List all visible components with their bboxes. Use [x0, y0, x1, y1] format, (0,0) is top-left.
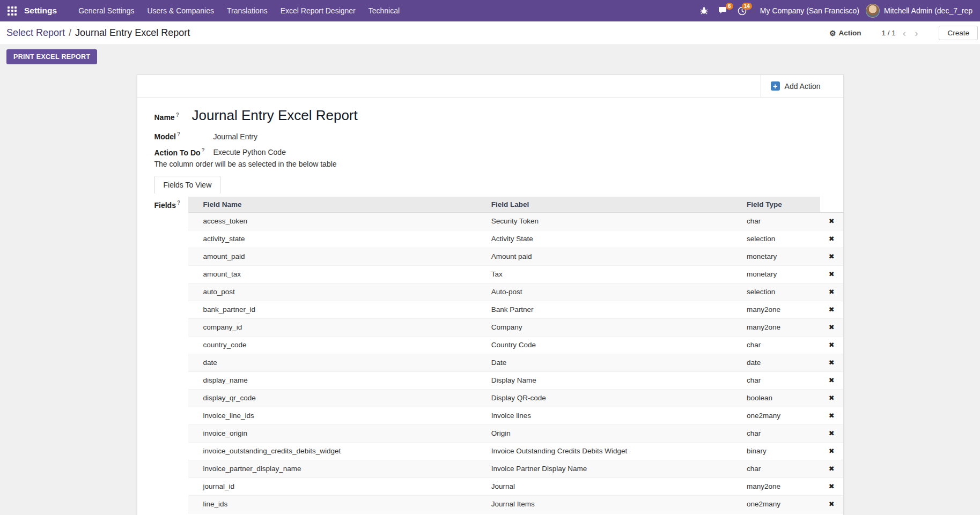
cell-field-name[interactable]: invoice_partner_display_name: [188, 460, 476, 477]
menu-item-users-companies[interactable]: Users & Companies: [141, 0, 220, 21]
activities-clock-icon[interactable]: 14: [738, 6, 747, 16]
menu-item-excel-report-designer[interactable]: Excel Report Designer: [274, 0, 362, 21]
cell-field-name[interactable]: amount_paid: [188, 248, 476, 265]
cell-field-name[interactable]: display_name: [188, 371, 476, 389]
model-field-row: Model? Journal Entry: [154, 131, 843, 141]
add-action-button[interactable]: + Add Action: [761, 75, 843, 97]
cell-field-type[interactable]: char: [732, 336, 820, 354]
cell-field-name[interactable]: amount_tax: [188, 265, 476, 283]
menu-item-translations[interactable]: Translations: [220, 0, 274, 21]
cell-field-name[interactable]: invoice_origin: [188, 424, 476, 442]
cell-field-type[interactable]: char: [732, 424, 820, 442]
model-field-value[interactable]: Journal Entry: [213, 132, 257, 141]
cell-field-label[interactable]: Activity State: [476, 230, 732, 248]
delete-row-icon[interactable]: ✖: [829, 429, 835, 437]
cell-field-label[interactable]: Display Name: [476, 371, 732, 389]
action-menu-button[interactable]: ⚙ Action: [829, 29, 861, 38]
column-header-field-type[interactable]: Field Type: [732, 197, 820, 212]
cell-field-name[interactable]: line_ids: [188, 495, 476, 513]
help-icon[interactable]: ?: [176, 112, 179, 118]
cell-field-type[interactable]: char: [732, 371, 820, 389]
cell-field-label[interactable]: Invoice Partner Display Name: [476, 460, 732, 477]
cell-field-type[interactable]: boolean: [732, 389, 820, 407]
pager-previous-icon[interactable]: ‹: [901, 28, 908, 38]
delete-row-icon[interactable]: ✖: [829, 305, 835, 314]
column-header-field-name[interactable]: Field Name: [188, 197, 476, 212]
cell-field-label[interactable]: Journal Items: [476, 495, 732, 513]
menu-item-technical[interactable]: Technical: [362, 0, 406, 21]
column-header-field-label[interactable]: Field Label: [476, 197, 732, 212]
cell-field-name[interactable]: date: [188, 354, 476, 371]
cell-field-name[interactable]: journal_id: [188, 477, 476, 495]
cell-field-label[interactable]: Security Token: [476, 212, 732, 230]
delete-row-icon[interactable]: ✖: [829, 465, 835, 473]
cell-field-type[interactable]: monetary: [732, 265, 820, 283]
cell-field-type[interactable]: one2many: [732, 495, 820, 513]
cell-field-label[interactable]: Bank Partner: [476, 301, 732, 318]
cell-field-type[interactable]: char: [732, 212, 820, 230]
delete-row-icon[interactable]: ✖: [829, 323, 835, 331]
delete-row-icon[interactable]: ✖: [829, 217, 835, 225]
cell-field-name[interactable]: country_code: [188, 336, 476, 354]
cell-field-name[interactable]: bank_partner_id: [188, 301, 476, 318]
cell-field-type[interactable]: monetary: [732, 248, 820, 265]
delete-row-icon[interactable]: ✖: [829, 252, 835, 260]
help-icon[interactable]: ?: [177, 131, 180, 137]
cell-field-label[interactable]: Journal: [476, 477, 732, 495]
delete-row-icon[interactable]: ✖: [829, 412, 835, 420]
cell-field-name[interactable]: invoice_line_ids: [188, 407, 476, 424]
menu-item-general-settings[interactable]: General Settings: [72, 0, 141, 21]
cell-field-type[interactable]: one2many: [732, 407, 820, 424]
delete-row-icon[interactable]: ✖: [829, 270, 835, 278]
tab-fields-to-view[interactable]: Fields To View: [154, 176, 221, 193]
cell-field-name[interactable]: company_id: [188, 318, 476, 336]
delete-row-icon[interactable]: ✖: [829, 235, 835, 243]
company-switcher[interactable]: My Company (San Francisco): [760, 6, 859, 15]
print-excel-report-button[interactable]: PRINT EXCEL REPORT: [6, 49, 97, 64]
delete-row-icon[interactable]: ✖: [829, 376, 835, 384]
breadcrumb-parent[interactable]: Select Report: [6, 27, 65, 39]
delete-row-icon[interactable]: ✖: [829, 500, 835, 508]
delete-row-icon[interactable]: ✖: [829, 359, 835, 367]
cell-field-type[interactable]: selection: [732, 283, 820, 301]
cell-field-label[interactable]: Invoice lines: [476, 407, 732, 424]
pager-next-icon[interactable]: ›: [913, 28, 919, 38]
cell-field-label[interactable]: Tax: [476, 265, 732, 283]
cell-field-type[interactable]: many2one: [732, 477, 820, 495]
delete-row-icon[interactable]: ✖: [829, 394, 835, 402]
cell-field-label[interactable]: Company: [476, 318, 732, 336]
delete-row-icon[interactable]: ✖: [829, 341, 835, 349]
cell-field-type[interactable]: date: [732, 354, 820, 371]
cell-field-type[interactable]: char: [732, 460, 820, 477]
debug-icon[interactable]: [699, 6, 709, 15]
help-icon[interactable]: ?: [177, 200, 180, 206]
cell-field-name[interactable]: display_qr_code: [188, 389, 476, 407]
delete-row-icon[interactable]: ✖: [829, 447, 835, 455]
cell-field-label[interactable]: Invoice Outstanding Credits Debits Widge…: [476, 442, 732, 460]
apps-menu-icon[interactable]: [8, 6, 17, 16]
cell-field-label[interactable]: Country Code: [476, 336, 732, 354]
app-title[interactable]: Settings: [24, 6, 57, 16]
cell-field-type[interactable]: binary: [732, 442, 820, 460]
cell-field-name[interactable]: activity_state: [188, 230, 476, 248]
cell-field-label[interactable]: Amount paid: [476, 248, 732, 265]
cell-field-label[interactable]: Date: [476, 354, 732, 371]
cell-field-label[interactable]: Auto-post: [476, 283, 732, 301]
cell-field-label[interactable]: Origin: [476, 424, 732, 442]
user-avatar[interactable]: [866, 4, 880, 18]
cell-field-type[interactable]: selection: [732, 230, 820, 248]
cell-field-type[interactable]: many2one: [732, 318, 820, 336]
cell-field-name[interactable]: access_token: [188, 212, 476, 230]
delete-row-icon[interactable]: ✖: [829, 482, 835, 490]
user-menu[interactable]: Mitchell Admin (dec_7_repor: [884, 6, 972, 15]
name-field-value[interactable]: Journal Entry Excel Report: [192, 107, 358, 124]
action-to-do-field-value[interactable]: Execute Python Code: [213, 148, 286, 156]
delete-row-icon[interactable]: ✖: [829, 288, 835, 296]
create-button[interactable]: Create: [939, 26, 978, 40]
cell-field-name[interactable]: auto_post: [188, 283, 476, 301]
cell-field-label[interactable]: Display QR-code: [476, 389, 732, 407]
cell-field-type[interactable]: many2one: [732, 301, 820, 318]
messages-icon[interactable]: 6: [718, 6, 728, 15]
cell-field-name[interactable]: invoice_outstanding_credits_debits_widge…: [188, 442, 476, 460]
help-icon[interactable]: ?: [202, 147, 205, 153]
